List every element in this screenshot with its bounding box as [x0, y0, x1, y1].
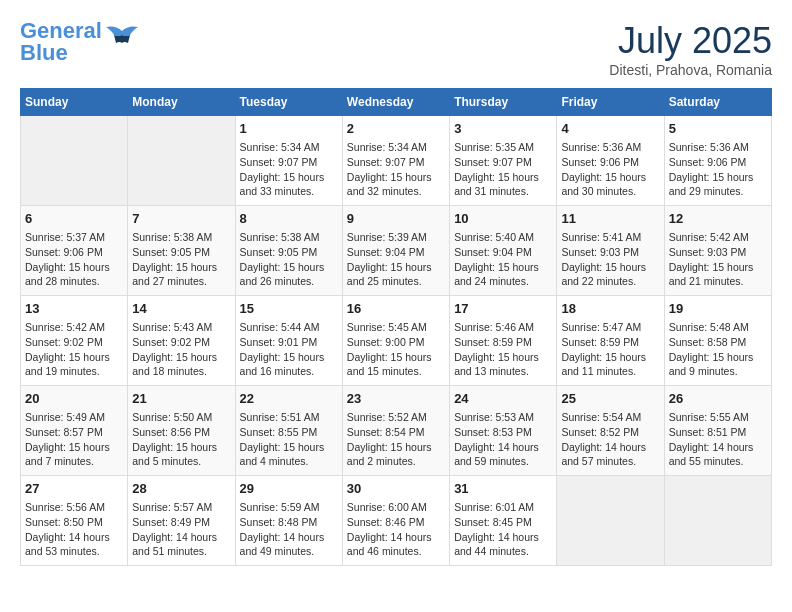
day-number: 4	[561, 120, 659, 138]
day-info: Sunrise: 5:59 AM Sunset: 8:48 PM Dayligh…	[240, 500, 338, 559]
day-info: Sunrise: 5:40 AM Sunset: 9:04 PM Dayligh…	[454, 230, 552, 289]
day-info: Sunrise: 5:36 AM Sunset: 9:06 PM Dayligh…	[669, 140, 767, 199]
day-number: 27	[25, 480, 123, 498]
calendar-cell: 21Sunrise: 5:50 AM Sunset: 8:56 PM Dayli…	[128, 386, 235, 476]
calendar-cell: 6Sunrise: 5:37 AM Sunset: 9:06 PM Daylig…	[21, 206, 128, 296]
day-info: Sunrise: 5:42 AM Sunset: 9:02 PM Dayligh…	[25, 320, 123, 379]
page-header: GeneralBlue July 2025 Ditesti, Prahova, …	[20, 20, 772, 78]
day-number: 29	[240, 480, 338, 498]
header-sunday: Sunday	[21, 89, 128, 116]
day-info: Sunrise: 5:56 AM Sunset: 8:50 PM Dayligh…	[25, 500, 123, 559]
day-info: Sunrise: 5:41 AM Sunset: 9:03 PM Dayligh…	[561, 230, 659, 289]
header-monday: Monday	[128, 89, 235, 116]
day-number: 11	[561, 210, 659, 228]
day-number: 12	[669, 210, 767, 228]
calendar-cell: 29Sunrise: 5:59 AM Sunset: 8:48 PM Dayli…	[235, 476, 342, 566]
day-number: 24	[454, 390, 552, 408]
day-number: 28	[132, 480, 230, 498]
day-info: Sunrise: 5:50 AM Sunset: 8:56 PM Dayligh…	[132, 410, 230, 469]
calendar-cell: 10Sunrise: 5:40 AM Sunset: 9:04 PM Dayli…	[450, 206, 557, 296]
day-number: 25	[561, 390, 659, 408]
calendar-cell: 4Sunrise: 5:36 AM Sunset: 9:06 PM Daylig…	[557, 116, 664, 206]
calendar-cell: 2Sunrise: 5:34 AM Sunset: 9:07 PM Daylig…	[342, 116, 449, 206]
day-number: 14	[132, 300, 230, 318]
calendar-cell: 20Sunrise: 5:49 AM Sunset: 8:57 PM Dayli…	[21, 386, 128, 476]
header-wednesday: Wednesday	[342, 89, 449, 116]
day-number: 13	[25, 300, 123, 318]
calendar-cell	[664, 476, 771, 566]
day-number: 3	[454, 120, 552, 138]
day-number: 31	[454, 480, 552, 498]
day-number: 9	[347, 210, 445, 228]
day-info: Sunrise: 5:38 AM Sunset: 9:05 PM Dayligh…	[132, 230, 230, 289]
day-number: 10	[454, 210, 552, 228]
day-number: 18	[561, 300, 659, 318]
calendar-cell: 3Sunrise: 5:35 AM Sunset: 9:07 PM Daylig…	[450, 116, 557, 206]
calendar-cell: 8Sunrise: 5:38 AM Sunset: 9:05 PM Daylig…	[235, 206, 342, 296]
day-info: Sunrise: 5:35 AM Sunset: 9:07 PM Dayligh…	[454, 140, 552, 199]
day-number: 5	[669, 120, 767, 138]
day-info: Sunrise: 5:46 AM Sunset: 8:59 PM Dayligh…	[454, 320, 552, 379]
header-thursday: Thursday	[450, 89, 557, 116]
day-number: 7	[132, 210, 230, 228]
calendar-cell: 19Sunrise: 5:48 AM Sunset: 8:58 PM Dayli…	[664, 296, 771, 386]
calendar-cell: 1Sunrise: 5:34 AM Sunset: 9:07 PM Daylig…	[235, 116, 342, 206]
day-number: 8	[240, 210, 338, 228]
calendar-cell: 24Sunrise: 5:53 AM Sunset: 8:53 PM Dayli…	[450, 386, 557, 476]
calendar-cell: 16Sunrise: 5:45 AM Sunset: 9:00 PM Dayli…	[342, 296, 449, 386]
day-number: 16	[347, 300, 445, 318]
calendar-cell: 27Sunrise: 5:56 AM Sunset: 8:50 PM Dayli…	[21, 476, 128, 566]
calendar-cell: 14Sunrise: 5:43 AM Sunset: 9:02 PM Dayli…	[128, 296, 235, 386]
day-number: 21	[132, 390, 230, 408]
calendar-cell: 17Sunrise: 5:46 AM Sunset: 8:59 PM Dayli…	[450, 296, 557, 386]
calendar-cell: 26Sunrise: 5:55 AM Sunset: 8:51 PM Dayli…	[664, 386, 771, 476]
calendar-cell: 28Sunrise: 5:57 AM Sunset: 8:49 PM Dayli…	[128, 476, 235, 566]
calendar-cell: 15Sunrise: 5:44 AM Sunset: 9:01 PM Dayli…	[235, 296, 342, 386]
calendar-cell	[128, 116, 235, 206]
calendar-header-row: SundayMondayTuesdayWednesdayThursdayFrid…	[21, 89, 772, 116]
month-title: July 2025	[609, 20, 772, 62]
location: Ditesti, Prahova, Romania	[609, 62, 772, 78]
logo: GeneralBlue	[20, 20, 140, 64]
day-info: Sunrise: 5:45 AM Sunset: 9:00 PM Dayligh…	[347, 320, 445, 379]
calendar-cell: 12Sunrise: 5:42 AM Sunset: 9:03 PM Dayli…	[664, 206, 771, 296]
calendar-table: SundayMondayTuesdayWednesdayThursdayFrid…	[20, 88, 772, 566]
calendar-cell: 7Sunrise: 5:38 AM Sunset: 9:05 PM Daylig…	[128, 206, 235, 296]
day-number: 23	[347, 390, 445, 408]
title-block: July 2025 Ditesti, Prahova, Romania	[609, 20, 772, 78]
day-info: Sunrise: 5:57 AM Sunset: 8:49 PM Dayligh…	[132, 500, 230, 559]
week-row-5: 27Sunrise: 5:56 AM Sunset: 8:50 PM Dayli…	[21, 476, 772, 566]
logo-bird-icon	[104, 23, 140, 51]
day-info: Sunrise: 6:01 AM Sunset: 8:45 PM Dayligh…	[454, 500, 552, 559]
day-number: 20	[25, 390, 123, 408]
week-row-2: 6Sunrise: 5:37 AM Sunset: 9:06 PM Daylig…	[21, 206, 772, 296]
calendar-cell: 30Sunrise: 6:00 AM Sunset: 8:46 PM Dayli…	[342, 476, 449, 566]
day-info: Sunrise: 5:44 AM Sunset: 9:01 PM Dayligh…	[240, 320, 338, 379]
day-info: Sunrise: 5:34 AM Sunset: 9:07 PM Dayligh…	[240, 140, 338, 199]
calendar-cell: 11Sunrise: 5:41 AM Sunset: 9:03 PM Dayli…	[557, 206, 664, 296]
day-info: Sunrise: 5:37 AM Sunset: 9:06 PM Dayligh…	[25, 230, 123, 289]
calendar-cell: 5Sunrise: 5:36 AM Sunset: 9:06 PM Daylig…	[664, 116, 771, 206]
day-info: Sunrise: 5:42 AM Sunset: 9:03 PM Dayligh…	[669, 230, 767, 289]
day-number: 22	[240, 390, 338, 408]
calendar-cell	[557, 476, 664, 566]
day-number: 30	[347, 480, 445, 498]
day-number: 2	[347, 120, 445, 138]
day-info: Sunrise: 5:36 AM Sunset: 9:06 PM Dayligh…	[561, 140, 659, 199]
week-row-4: 20Sunrise: 5:49 AM Sunset: 8:57 PM Dayli…	[21, 386, 772, 476]
calendar-cell: 23Sunrise: 5:52 AM Sunset: 8:54 PM Dayli…	[342, 386, 449, 476]
day-info: Sunrise: 5:38 AM Sunset: 9:05 PM Dayligh…	[240, 230, 338, 289]
day-info: Sunrise: 5:55 AM Sunset: 8:51 PM Dayligh…	[669, 410, 767, 469]
calendar-cell: 22Sunrise: 5:51 AM Sunset: 8:55 PM Dayli…	[235, 386, 342, 476]
day-info: Sunrise: 5:43 AM Sunset: 9:02 PM Dayligh…	[132, 320, 230, 379]
day-info: Sunrise: 5:54 AM Sunset: 8:52 PM Dayligh…	[561, 410, 659, 469]
day-info: Sunrise: 6:00 AM Sunset: 8:46 PM Dayligh…	[347, 500, 445, 559]
header-saturday: Saturday	[664, 89, 771, 116]
header-tuesday: Tuesday	[235, 89, 342, 116]
day-info: Sunrise: 5:48 AM Sunset: 8:58 PM Dayligh…	[669, 320, 767, 379]
day-number: 17	[454, 300, 552, 318]
logo-text: GeneralBlue	[20, 20, 102, 64]
day-info: Sunrise: 5:49 AM Sunset: 8:57 PM Dayligh…	[25, 410, 123, 469]
header-friday: Friday	[557, 89, 664, 116]
calendar-cell: 13Sunrise: 5:42 AM Sunset: 9:02 PM Dayli…	[21, 296, 128, 386]
